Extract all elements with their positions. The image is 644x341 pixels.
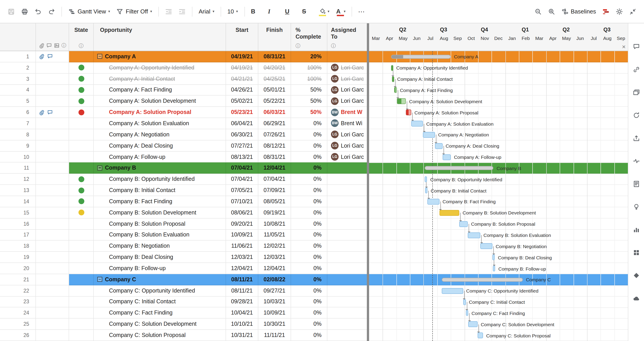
percent-complete-cell[interactable]: 50%: [291, 85, 328, 96]
task-name-cell[interactable]: Company A: Fact Finding: [94, 85, 226, 96]
task-name-cell[interactable]: Company B: Initial Contact: [94, 185, 226, 196]
start-date-cell[interactable]: 10/04/21: [226, 307, 258, 319]
task-row[interactable]: 25Company C: Solution Development10/10/2…: [0, 319, 367, 330]
strikethrough-button[interactable]: S: [299, 4, 316, 19]
gantt-row[interactable]: [369, 196, 628, 207]
undo-button[interactable]: [32, 4, 45, 19]
comment-icon[interactable]: [47, 54, 53, 60]
percent-complete-cell[interactable]: 0%: [291, 319, 328, 330]
premium-button[interactable]: [632, 271, 641, 280]
start-date-cell[interactable]: 04/19/21: [226, 62, 258, 74]
start-date-cell[interactable]: 12/03/21: [226, 252, 258, 263]
task-row[interactable]: 17Company B: Solution Evaluation10/09/21…: [0, 229, 367, 241]
row-number[interactable]: 3: [0, 73, 36, 85]
gantt-bar[interactable]: [460, 221, 468, 227]
assigned-to-cell[interactable]: [328, 229, 367, 241]
apps-button[interactable]: [632, 248, 641, 257]
start-date-cell[interactable]: 05/23/21: [226, 107, 258, 118]
gantt-row[interactable]: [369, 118, 628, 129]
row-number[interactable]: 13: [0, 185, 36, 196]
finish-date-cell[interactable]: 05/22/21: [258, 96, 291, 107]
assigned-to-cell[interactable]: LGLori Garc: [328, 140, 367, 152]
status-cell[interactable]: [69, 263, 94, 274]
percent-complete-cell[interactable]: 0%: [291, 307, 328, 319]
status-cell[interactable]: [69, 73, 94, 85]
filter-selector[interactable]: Filter Off ▾: [113, 4, 155, 19]
gantt-bar[interactable]: [411, 121, 423, 127]
task-row[interactable]: 10Company A: Follow-up08/13/2108/31/210%…: [0, 151, 367, 163]
cloud-button[interactable]: [632, 294, 641, 303]
row-number[interactable]: 6: [0, 107, 36, 118]
percent-complete-cell[interactable]: 0%: [291, 163, 328, 174]
task-row[interactable]: 2Company A: Opportunity Identified04/19/…: [0, 62, 367, 74]
start-date-cell[interactable]: 10/31/21: [226, 330, 258, 341]
finish-date-cell[interactable]: 08/31/21: [258, 151, 291, 163]
percent-complete-cell[interactable]: 50%: [291, 107, 328, 118]
view-selector[interactable]: Gantt View ▾: [65, 4, 113, 19]
task-row[interactable]: 22Company C: Opportunity Identified08/11…: [0, 285, 367, 296]
finish-date-cell[interactable]: 07/09/21: [258, 185, 291, 196]
finish-date-cell[interactable]: 10/30/21: [258, 319, 291, 330]
collapse-toolbar-button[interactable]: [626, 4, 640, 19]
finish-date-cell[interactable]: 07/26/21: [258, 129, 291, 140]
task-name-cell[interactable]: Company A: Deal Closing: [94, 140, 226, 152]
underline-button[interactable]: U: [282, 4, 299, 19]
task-name-cell[interactable]: Company A: Solution Development: [94, 96, 226, 107]
status-cell[interactable]: [69, 163, 94, 174]
status-cell[interactable]: [69, 207, 94, 218]
finish-date-cell[interactable]: 11/05/21: [258, 229, 291, 241]
row-number[interactable]: 20: [0, 263, 36, 274]
start-date-cell[interactable]: 11/06/21: [226, 241, 258, 252]
row-number[interactable]: 18: [0, 241, 36, 252]
attachments-panel-button[interactable]: [632, 65, 641, 74]
status-cell[interactable]: [69, 196, 94, 207]
start-date-cell[interactable]: 08/11/21: [226, 274, 258, 285]
font-family-selector[interactable]: Arial ▾: [196, 4, 218, 19]
task-row[interactable]: 18Company B: Negotiation11/06/2112/02/21…: [0, 241, 367, 252]
start-date-cell[interactable]: 07/10/21: [226, 196, 258, 207]
row-number[interactable]: 4: [0, 85, 36, 96]
row-number[interactable]: 23: [0, 296, 36, 307]
gantt-bar[interactable]: [423, 132, 435, 138]
gantt-row[interactable]: [369, 96, 628, 107]
finish-date-cell[interactable]: 12/04/21: [258, 263, 291, 274]
indent-button[interactable]: [175, 4, 189, 19]
gantt-bar[interactable]: [435, 143, 442, 149]
task-row[interactable]: 15Company B: Solution Development08/06/2…: [0, 207, 367, 218]
start-date-cell[interactable]: 08/13/21: [226, 151, 258, 163]
task-row[interactable]: 19Company B: Deal Closing12/03/2112/03/2…: [0, 252, 367, 263]
task-name-cell[interactable]: Company C: [94, 274, 226, 285]
status-cell[interactable]: [69, 252, 94, 263]
gantt-bar[interactable]: [480, 243, 493, 249]
assigned-to-cell[interactable]: [328, 51, 367, 62]
status-cell[interactable]: [69, 51, 94, 62]
task-name-cell[interactable]: Company A: Initial Contact: [94, 73, 226, 85]
redo-button[interactable]: [45, 4, 58, 19]
percent-complete-cell[interactable]: 0%: [291, 185, 328, 196]
group-row[interactable]: 1Company A04/19/2108/31/2120%: [0, 51, 367, 62]
percent-complete-cell[interactable]: 100%: [291, 62, 328, 74]
finish-date-cell[interactable]: 02/08/22: [258, 274, 291, 285]
gantt-summary-bar[interactable]: [442, 278, 523, 282]
task-row[interactable]: 14Company B: Fact Finding07/10/2108/05/2…: [0, 196, 367, 207]
proofs-panel-button[interactable]: [632, 88, 641, 97]
task-row[interactable]: 12Company B: Opportunity Identified07/04…: [0, 174, 367, 185]
status-cell[interactable]: [69, 307, 94, 319]
percent-complete-cell[interactable]: 0%: [291, 330, 328, 341]
start-date-cell[interactable]: 05/02/21: [226, 96, 258, 107]
column-header-opportunity[interactable]: Opportunity: [94, 23, 226, 51]
task-name-cell[interactable]: Company A: Solution Proposal: [94, 107, 226, 118]
print-button[interactable]: [18, 4, 32, 19]
percent-complete-cell[interactable]: 0%: [291, 140, 328, 152]
assigned-to-cell[interactable]: [328, 285, 367, 296]
assigned-to-cell[interactable]: LGLori Garc: [328, 85, 367, 96]
task-name-cell[interactable]: Company B: Deal Closing: [94, 252, 226, 263]
collapse-toggle[interactable]: [97, 166, 102, 171]
finish-date-cell[interactable]: 09/27/21: [258, 285, 291, 296]
task-name-cell[interactable]: Company A: [94, 51, 226, 62]
task-name-cell[interactable]: Company B: [94, 163, 226, 174]
row-number[interactable]: 5: [0, 96, 36, 107]
settings-button[interactable]: [612, 4, 626, 19]
row-number[interactable]: 26: [0, 330, 36, 341]
start-date-cell[interactable]: 07/04/21: [226, 174, 258, 185]
